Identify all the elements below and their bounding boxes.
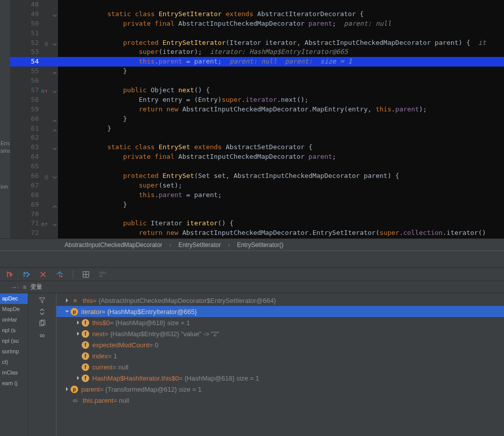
line-number[interactable]: 65 xyxy=(10,162,58,171)
variable-row[interactable]: ≡this = {AbstractInputCheckedMapDecorato… xyxy=(56,295,504,306)
fold-down-icon[interactable] xyxy=(52,221,57,225)
code-line[interactable]: static class EntrySetIterator extends Ab… xyxy=(58,10,504,19)
infinite-icon[interactable]: ∞ xyxy=(38,331,46,339)
line-number[interactable]: 61 xyxy=(10,124,58,134)
fold-down-icon[interactable] xyxy=(52,12,57,16)
code-line[interactable] xyxy=(58,133,504,143)
code-line[interactable] xyxy=(58,210,504,219)
fold-up-icon[interactable] xyxy=(52,116,57,121)
code-line[interactable]: } xyxy=(58,67,504,76)
code-line[interactable]: super(iterator); iterator: HashMap$Entry… xyxy=(58,47,504,57)
line-number[interactable]: 50 xyxy=(10,19,58,29)
fold-up-icon[interactable] xyxy=(52,126,57,131)
frame-tab[interactable]: onHar xyxy=(0,315,28,325)
line-number[interactable]: 71o↑ xyxy=(10,219,58,228)
pane-separator[interactable] xyxy=(0,251,504,268)
crumb-item[interactable]: EntrySetIterator xyxy=(178,241,221,248)
line-number[interactable]: 62 xyxy=(10,133,58,143)
crumb-item[interactable]: AbstractInputCheckedMapDecorator xyxy=(65,241,162,248)
chevron-right-icon[interactable] xyxy=(75,319,82,326)
line-number[interactable]: 63 xyxy=(10,143,58,152)
step-over-icon[interactable] xyxy=(23,271,30,278)
list-icon[interactable]: ≡ xyxy=(23,284,26,291)
chevron-right-icon[interactable] xyxy=(75,330,82,337)
code-line[interactable]: static class EntrySet extends AbstractSe… xyxy=(58,143,504,152)
code-line[interactable]: return new AbstractInputCheckedMapDecora… xyxy=(58,228,504,238)
line-number[interactable]: 70 xyxy=(10,210,58,219)
breadcrumb[interactable]: AbstractInputCheckedMapDecorator › Entry… xyxy=(0,238,504,251)
variable-row[interactable]: findex = 1 xyxy=(56,350,504,361)
chevron-right-icon[interactable] xyxy=(75,375,82,382)
line-number-gutter[interactable]: 4849505152@5354555657o↑58596061626364656… xyxy=(10,0,58,238)
code-line[interactable]: protected EntrySet(Set set, AbstractInpu… xyxy=(58,171,504,181)
line-number[interactable]: 52@ xyxy=(10,38,58,48)
variable-row[interactable]: fnext = {HashMap$Entry@632} "value" -> "… xyxy=(56,328,504,339)
variable-row[interactable]: piterator = {HashMap$EntryIterator@665} xyxy=(56,306,504,317)
fold-down-icon[interactable] xyxy=(52,145,57,149)
line-number[interactable]: 49 xyxy=(10,10,58,19)
frame-tab[interactable]: apDec xyxy=(0,293,28,304)
crumb-item[interactable]: EntrySetIterator() xyxy=(237,241,283,248)
code-line[interactable]: this.parent = parent; parent: null paren… xyxy=(58,57,504,67)
code-line[interactable]: } xyxy=(58,200,504,210)
code-line[interactable]: public Object next() { xyxy=(58,86,504,95)
fold-up-icon[interactable] xyxy=(52,69,57,73)
code-area[interactable]: static class EntrySetIterator extends Ab… xyxy=(58,0,504,238)
code-line[interactable] xyxy=(58,76,504,86)
fold-up-icon[interactable] xyxy=(52,202,57,207)
variable-row[interactable]: fHashMap$HashIterator.this$0 = {HashMap@… xyxy=(56,372,504,384)
code-line[interactable] xyxy=(58,162,504,171)
variable-row[interactable]: ∞this.parent = null xyxy=(56,395,504,406)
layout-icon[interactable] xyxy=(82,271,90,278)
line-number[interactable]: 68 xyxy=(10,191,58,200)
code-line[interactable]: private final AbstractInputCheckedMapDec… xyxy=(58,152,504,162)
code-line[interactable]: } xyxy=(58,114,504,124)
stop-icon[interactable] xyxy=(39,271,47,278)
line-number[interactable]: 48 xyxy=(10,0,58,10)
line-number[interactable]: 57o↑ xyxy=(10,86,58,95)
line-number[interactable]: 66@ xyxy=(10,171,58,181)
line-number[interactable]: 72 xyxy=(10,228,58,238)
chevron-right-icon[interactable] xyxy=(64,297,71,304)
variable-row[interactable]: pparent = {TransformedMap@612} size = 1 xyxy=(56,384,504,395)
line-number[interactable]: 58 xyxy=(10,95,58,105)
line-number[interactable]: 55 xyxy=(10,67,58,76)
code-line[interactable]: protected EntrySetIterator(Iterator iter… xyxy=(58,38,504,48)
frame-tab[interactable]: npl (su xyxy=(0,336,28,346)
frame-tab[interactable]: ct) xyxy=(0,357,28,367)
line-number[interactable]: 53 xyxy=(10,47,58,57)
code-line[interactable] xyxy=(58,29,504,38)
variables-tree[interactable]: ≡this = {AbstractInputCheckedMapDecorato… xyxy=(56,293,504,436)
line-number[interactable]: 59 xyxy=(10,105,58,114)
line-number[interactable]: 69 xyxy=(10,200,58,210)
variable-row[interactable]: fexpectedModCount = 0 xyxy=(56,339,504,350)
line-number[interactable]: 56 xyxy=(10,76,58,86)
fold-down-icon[interactable] xyxy=(52,88,57,92)
line-number[interactable]: 67 xyxy=(10,181,58,191)
settings-icon[interactable] xyxy=(99,271,106,278)
filter-icon[interactable] xyxy=(38,296,46,304)
variable-row[interactable]: fthis$0 = {HashMap@618} size = 1 xyxy=(56,317,504,328)
code-line[interactable]: public Iterator iterator() { xyxy=(58,219,504,228)
back-icon[interactable]: →· xyxy=(11,284,19,291)
fold-down-icon[interactable] xyxy=(52,40,57,45)
line-number[interactable]: 54 xyxy=(10,57,58,67)
frame-tab[interactable]: eam (j xyxy=(0,378,28,389)
rerun-icon[interactable] xyxy=(6,271,14,278)
code-line[interactable]: this.parent = parent; xyxy=(58,191,504,200)
line-number[interactable]: 60 xyxy=(10,114,58,124)
code-line[interactable]: Entry entry = (Entry)super.iterator.next… xyxy=(58,95,504,105)
copy-icon[interactable] xyxy=(38,320,46,327)
frame-tab[interactable]: npl (s xyxy=(0,325,28,336)
frame-tab[interactable]: MapDe xyxy=(0,304,28,315)
code-line[interactable] xyxy=(58,0,504,10)
collapse-icon[interactable] xyxy=(38,308,46,316)
frame-tab[interactable]: sorImp xyxy=(0,346,28,357)
chevron-right-icon[interactable] xyxy=(64,386,71,393)
code-line[interactable]: super(set); xyxy=(58,181,504,191)
frames-tab-strip[interactable]: apDecMapDeonHarnpl (snpl (susorImpct)mCl… xyxy=(0,293,28,436)
frame-tab[interactable]: mClas xyxy=(0,367,28,378)
line-number[interactable]: 51 xyxy=(10,29,58,38)
code-line[interactable]: private final AbstractInputCheckedMapDec… xyxy=(58,19,504,29)
code-line[interactable]: return new AbstractInputCheckedMapDecora… xyxy=(58,105,504,114)
